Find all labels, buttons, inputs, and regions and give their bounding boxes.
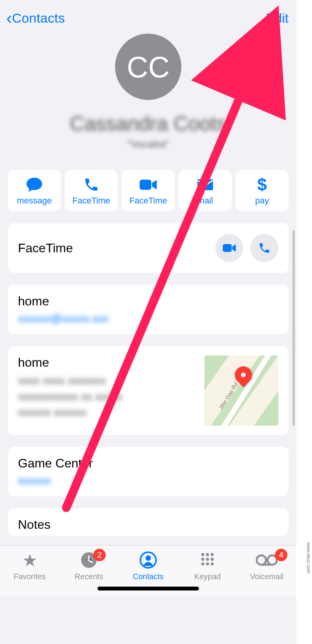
chevron-left-icon: ‹ [6, 9, 12, 27]
home-indicator [98, 587, 199, 590]
back-label: Contacts [12, 11, 65, 26]
quick-actions-row: message FaceTime FaceTime mail $ pay [0, 154, 296, 211]
message-label: message [17, 196, 51, 206]
message-icon [26, 176, 43, 193]
email-card[interactable]: home xxxxxx@xxxxx.xxx [8, 285, 289, 334]
svg-point-13 [206, 562, 209, 566]
facetime-video-round-button[interactable] [215, 234, 243, 262]
contacts-icon [123, 550, 174, 570]
watermark: www.deuz.com [306, 542, 311, 574]
navigation-bar: ‹ Contacts Edit [0, 0, 296, 30]
clock-icon [64, 550, 114, 570]
avatar: CC [115, 34, 181, 100]
star-icon: ★ [4, 550, 55, 570]
gamecenter-value: xxxxxx [18, 475, 278, 487]
dollar-icon: $ [257, 176, 267, 193]
address-value: xxxx xxxx xxxxxxx xxxxxxxxxxx xx xxxxx x… [18, 373, 197, 421]
page-margin: www.deuz.com [296, 0, 312, 644]
svg-point-15 [257, 555, 266, 565]
gamecenter-card[interactable]: Game Center xxxxxx [8, 447, 289, 496]
tab-recents-label: Recents [64, 572, 114, 581]
pay-label: pay [255, 196, 269, 206]
tab-keypad-label: Keypad [182, 572, 233, 581]
facetime-video-button[interactable]: FaceTime [122, 170, 175, 211]
facetime-card-label: FaceTime [18, 241, 73, 255]
edit-button[interactable]: Edit [266, 11, 289, 26]
svg-point-9 [201, 558, 204, 561]
avatar-initials: CC [127, 50, 170, 84]
notes-card[interactable]: Notes [8, 508, 289, 536]
svg-point-8 [211, 553, 214, 556]
notes-label: Notes [18, 517, 278, 532]
back-button[interactable]: ‹ Contacts [6, 9, 65, 27]
svg-point-10 [206, 558, 209, 561]
mail-icon [197, 176, 214, 193]
svg-point-6 [201, 553, 204, 556]
tab-voicemail[interactable]: 4 Voicemail [241, 550, 292, 581]
message-button[interactable]: message [8, 170, 61, 211]
mail-label: mail [197, 196, 213, 206]
tab-favorites-label: Favorites [4, 572, 55, 581]
phone-icon [83, 176, 99, 193]
facetime-card: FaceTime [8, 223, 289, 273]
facetime-audio-button[interactable]: FaceTime [65, 170, 118, 211]
svg-point-7 [206, 553, 209, 556]
email-label: home [18, 294, 278, 309]
svg-point-5 [145, 555, 151, 561]
svg-rect-2 [223, 244, 232, 252]
facetime-audio-label: FaceTime [73, 196, 110, 206]
contact-name: Cassandra Coots [0, 112, 296, 135]
tab-keypad[interactable]: Keypad [182, 550, 233, 581]
map-thumbnail[interactable]: Jifer Gap Rd [204, 355, 278, 426]
keypad-icon [182, 550, 233, 570]
email-value: xxxxxx@xxxxx.xxx [18, 312, 278, 325]
svg-point-12 [201, 562, 204, 566]
svg-point-11 [211, 558, 214, 561]
pay-button[interactable]: $ pay [236, 170, 289, 211]
tab-voicemail-label: Voicemail [241, 572, 292, 581]
scroll-indicator [292, 230, 295, 426]
contact-header: CC Cassandra Coots "Vocalist" [0, 30, 296, 154]
voicemail-badge: 4 [275, 549, 287, 561]
video-icon [139, 176, 158, 193]
address-card[interactable]: home xxxx xxxx xxxxxxx xxxxxxxxxxx xx xx… [8, 346, 289, 435]
tab-favorites[interactable]: ★ Favorites [4, 550, 55, 581]
tab-bar: ★ Favorites 2 Recents Contacts [0, 545, 296, 596]
mail-button[interactable]: mail [179, 170, 232, 211]
gamecenter-label: Game Center [18, 456, 278, 471]
facetime-audio-round-button[interactable] [250, 234, 278, 262]
tab-recents[interactable]: 2 Recents [64, 550, 114, 581]
tab-contacts-label: Contacts [123, 572, 174, 581]
facetime-video-label: FaceTime [129, 196, 167, 206]
address-label: home [18, 355, 197, 370]
contact-subtitle: "Vocalist" [0, 138, 296, 150]
svg-point-14 [211, 562, 214, 566]
recents-badge: 2 [93, 549, 106, 561]
tab-contacts[interactable]: Contacts [123, 550, 174, 581]
svg-rect-0 [140, 180, 151, 190]
